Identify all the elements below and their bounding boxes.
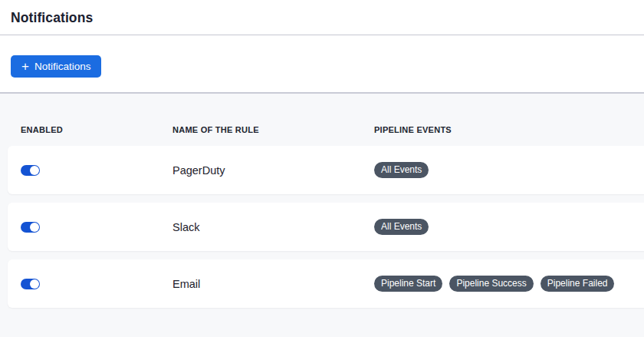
toggle-knob: [30, 223, 39, 232]
enabled-toggle[interactable]: [21, 222, 40, 233]
table-row-slack[interactable]: Slack All Events: [8, 203, 644, 251]
event-badge: Pipeline Success: [449, 276, 533, 292]
rule-name: PagerDuty: [172, 164, 374, 177]
column-header-enabled: ENABLED: [21, 125, 172, 146]
notifications-table: ENABLED NAME OF THE RULE PIPELINE EVENTS…: [0, 92, 644, 337]
toggle-knob: [30, 279, 39, 289]
page-header: Notifications: [0, 0, 644, 35]
rule-name: Slack: [172, 221, 374, 233]
column-header-name-of-the-rule: NAME OF THE RULE: [172, 125, 374, 146]
event-badge: Pipeline Failed: [540, 276, 615, 292]
toolbar: + Notifications: [0, 35, 644, 92]
table-header-row: ENABLED NAME OF THE RULE PIPELINE EVENTS: [0, 94, 644, 146]
column-header-pipeline-events: PIPELINE EVENTS: [374, 125, 644, 146]
add-notifications-button-label: Notifications: [34, 61, 91, 72]
table-row-pagerduty[interactable]: PagerDuty All Events: [8, 146, 644, 194]
rule-name: Email: [172, 278, 374, 290]
toggle-knob: [30, 166, 39, 175]
enabled-toggle[interactable]: [21, 165, 40, 176]
add-notifications-button[interactable]: + Notifications: [11, 55, 101, 78]
table-row-email[interactable]: Email Pipeline Start Pipeline Success Pi…: [8, 259, 644, 308]
event-badge: Pipeline Start: [374, 276, 442, 292]
plus-icon: +: [21, 60, 29, 73]
event-badge: All Events: [374, 219, 429, 235]
enabled-toggle[interactable]: [21, 279, 40, 289]
page-title: Notifications: [11, 10, 93, 26]
event-badge: All Events: [374, 162, 429, 178]
